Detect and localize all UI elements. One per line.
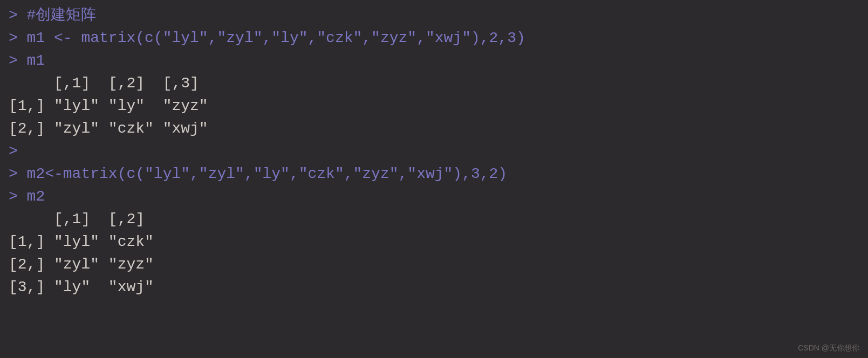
console-output[interactable]: > #创建矩阵 > m1 <- matrix(c("lyl","zyl","ly… <box>9 4 859 299</box>
console-line: [,1] [,2] [,3] <box>9 72 859 95</box>
code-output: [2,] "zyl" "zyz" <box>9 256 154 273</box>
code-input: m2<-matrix(c("lyl","zyl","ly","czk","zyz… <box>27 166 508 182</box>
console-line: > m2 <box>9 185 859 208</box>
watermark: CSDN @无你想你 <box>798 342 859 354</box>
console-line: > #创建矩阵 <box>9 4 859 27</box>
console-line: [2,] "zyl" "czk" "xwj" <box>9 118 859 140</box>
console-line: > <box>9 140 859 163</box>
code-output: [3,] "ly" "xwj" <box>9 279 154 295</box>
prompt: > <box>9 188 27 205</box>
console-line: [,1] [,2] <box>9 208 859 231</box>
console-line: [1,] "lyl" "ly" "zyz" <box>9 95 859 118</box>
prompt: > <box>9 30 27 46</box>
code-output: [,1] [,2] <box>9 211 154 228</box>
prompt: > <box>9 52 27 69</box>
prompt: > <box>9 143 27 160</box>
console-line: > m1 <- matrix(c("lyl","zyl","ly","czk",… <box>9 27 859 50</box>
code-input: m2 <box>27 188 45 205</box>
prompt: > <box>9 166 27 182</box>
code-output: [2,] "zyl" "czk" "xwj" <box>9 120 208 137</box>
code-output: [1,] "lyl" "ly" "zyz" <box>9 98 208 114</box>
code-output: [,1] [,2] [,3] <box>9 75 208 92</box>
console-line: [3,] "ly" "xwj" <box>9 276 859 299</box>
console-line: [2,] "zyl" "zyz" <box>9 253 859 276</box>
console-line: [1,] "lyl" "czk" <box>9 231 859 253</box>
code-input: #创建矩阵 <box>27 7 97 24</box>
code-input: m1 <- matrix(c("lyl","zyl","ly","czk","z… <box>27 30 525 46</box>
console-line: > m1 <box>9 50 859 72</box>
code-output: [1,] "lyl" "czk" <box>9 233 154 250</box>
console-line: > m2<-matrix(c("lyl","zyl","ly","czk","z… <box>9 163 859 185</box>
code-input: m1 <box>27 52 45 69</box>
prompt: > <box>9 7 27 24</box>
